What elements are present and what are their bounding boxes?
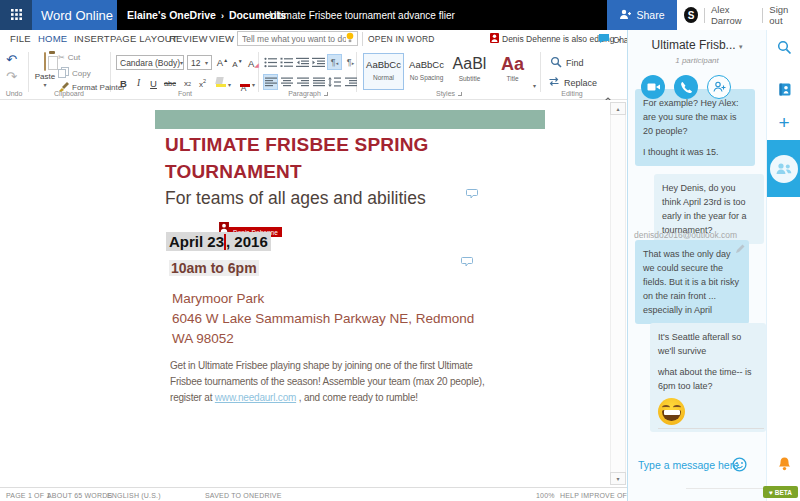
style-name: No Spacing — [407, 74, 446, 81]
comment-icon[interactable] — [466, 185, 478, 203]
page-count[interactable]: PAGE 1 OF 1 — [6, 492, 50, 499]
scroll-up-button[interactable]: ▴ — [610, 102, 626, 115]
paragraph-rtl-button[interactable]: ¶◂ — [327, 54, 342, 70]
bold-button[interactable]: B — [116, 75, 131, 91]
share-button[interactable]: Share — [607, 0, 677, 30]
message-text: what about the time-- is 6pm too late? — [658, 365, 758, 393]
font-name-select[interactable]: Candara (Body)▾ — [116, 55, 184, 70]
decrease-indent-button[interactable] — [295, 54, 310, 70]
shrink-font-button[interactable]: A▼ — [230, 55, 245, 71]
highlight-color-button[interactable] — [212, 75, 227, 91]
increase-indent-button[interactable] — [311, 54, 326, 70]
undo-button[interactable]: ↶ — [6, 52, 17, 67]
emoji-picker-button[interactable] — [732, 457, 747, 476]
document-title[interactable]: Ultimate Frisbee tournament advance flie… — [117, 10, 607, 21]
tab-file[interactable]: FILE — [10, 33, 31, 44]
highlight-icon — [214, 77, 225, 89]
scroll-down-button[interactable]: ▾ — [610, 472, 626, 485]
strikethrough-button[interactable]: abc — [161, 75, 179, 91]
style-title[interactable]: Aa Title — [492, 53, 533, 90]
chevron-down-icon: ▾ — [33, 81, 57, 88]
style-no-spacing[interactable]: AaBbCc No Spacing — [406, 53, 447, 90]
redo-button[interactable]: ↷ — [6, 69, 17, 84]
app-launcher-button[interactable] — [0, 0, 32, 30]
justify-button[interactable] — [311, 74, 326, 90]
open-in-word-button[interactable]: OPEN IN WORD — [368, 34, 435, 44]
user-name[interactable]: Alex Darrow — [711, 4, 757, 26]
dialog-launcher-icon[interactable] — [324, 92, 328, 96]
font-size-select[interactable]: 12▾ — [187, 55, 212, 70]
dialog-launcher-icon[interactable] — [458, 92, 462, 96]
pilcrow-icon: ¶◂ — [331, 57, 338, 67]
style-subtitle[interactable]: AaBl Subtitle — [449, 53, 490, 90]
heading-line-2: TOURNAMENT — [165, 158, 429, 185]
bell-icon[interactable] — [777, 456, 792, 476]
clipboard-icon — [44, 52, 46, 71]
chat-title[interactable]: Ultimate Frisb... ▾ — [628, 38, 766, 52]
voice-call-button[interactable] — [674, 75, 698, 99]
video-call-button[interactable] — [641, 75, 665, 99]
chat-people-icon — [770, 155, 798, 183]
style-name: Normal — [364, 74, 403, 81]
align-right-button[interactable] — [295, 74, 310, 90]
underline-button[interactable]: U — [146, 75, 161, 91]
style-normal[interactable]: AaBbCc Normal — [363, 53, 404, 90]
strikethrough-label: abc — [164, 79, 176, 88]
paste-button[interactable]: Paste ▾ — [33, 53, 57, 88]
align-left-button[interactable] — [263, 74, 278, 90]
document-time: 10am to 6pm — [169, 260, 259, 276]
add-participant-button[interactable] — [707, 75, 731, 99]
tell-me-box — [237, 31, 358, 46]
document-canvas[interactable]: ULTIMATE FRISBEE SPRING TOURNAMENT For t… — [0, 100, 627, 487]
chat-message: For example? Hey Alex: are you sure the … — [635, 89, 755, 166]
share-label: Share — [636, 9, 664, 21]
style-preview: Aa — [493, 55, 532, 73]
find-button[interactable]: Find — [550, 56, 584, 70]
superscript-button[interactable]: x2 — [195, 75, 210, 91]
active-chat-tab[interactable] — [767, 140, 800, 197]
add-button[interactable]: + — [767, 114, 800, 132]
italic-button[interactable]: I — [131, 75, 146, 91]
styles-more-button[interactable]: ▾ — [533, 82, 536, 89]
clear-formatting-button[interactable]: A◢ — [246, 55, 261, 71]
divider — [540, 52, 541, 92]
numbering-button[interactable] — [279, 54, 294, 70]
paragraph-ltr-button[interactable]: ¶▸ — [343, 54, 358, 70]
divider — [762, 8, 763, 23]
chevron-down-icon[interactable]: ▾ — [252, 81, 255, 88]
tab-page-layout[interactable]: PAGE LAYOUT — [110, 33, 178, 44]
body-link[interactable]: www.needaurl.com — [215, 392, 296, 403]
skype-icon[interactable]: S — [684, 7, 698, 23]
align-center-button[interactable] — [279, 74, 294, 90]
edit-icon[interactable] — [735, 244, 745, 258]
grow-font-button[interactable]: A▲ — [215, 55, 230, 71]
tell-me-input[interactable] — [238, 34, 346, 44]
language-status[interactable]: ENGLISH (U.S.) — [107, 492, 161, 499]
tab-insert[interactable]: INSERT — [74, 33, 110, 44]
subscript-button[interactable]: x2 — [180, 75, 195, 91]
cut-button[interactable]: ✂ Cut — [58, 53, 80, 62]
tab-home[interactable]: HOME — [38, 33, 67, 44]
sign-out-link[interactable]: Sign out — [769, 4, 800, 26]
line-spacing-button[interactable] — [327, 74, 342, 90]
chevron-down-icon[interactable]: ▾ — [228, 81, 231, 88]
chat-message-input[interactable]: Type a message here — [638, 459, 739, 471]
search-button[interactable] — [767, 40, 800, 59]
copy-button[interactable]: Copy — [58, 67, 91, 80]
replace-button[interactable]: Replace — [548, 76, 597, 89]
comment-icon[interactable] — [461, 253, 473, 271]
beta-badge[interactable]: ♥BETA — [763, 486, 798, 498]
word-count[interactable]: ABOUT 65 WORDS — [47, 492, 112, 499]
zoom-level[interactable]: 100% — [536, 492, 555, 499]
special-indent-button[interactable] — [343, 74, 358, 90]
font-color-icon: A — [238, 77, 249, 89]
replace-icon — [548, 76, 560, 89]
title-bar: Elaine's OneDrive›Documents Ultimate Fri… — [117, 0, 607, 30]
font-color-button[interactable]: A — [236, 75, 251, 91]
tab-view[interactable]: VIEW — [209, 33, 234, 44]
scrollbar-track[interactable] — [610, 102, 626, 485]
contacts-button[interactable] — [767, 82, 800, 100]
bullets-button[interactable] — [263, 54, 278, 70]
collapse-ribbon-button[interactable] — [604, 88, 612, 93]
tab-review[interactable]: REVIEW — [169, 33, 208, 44]
